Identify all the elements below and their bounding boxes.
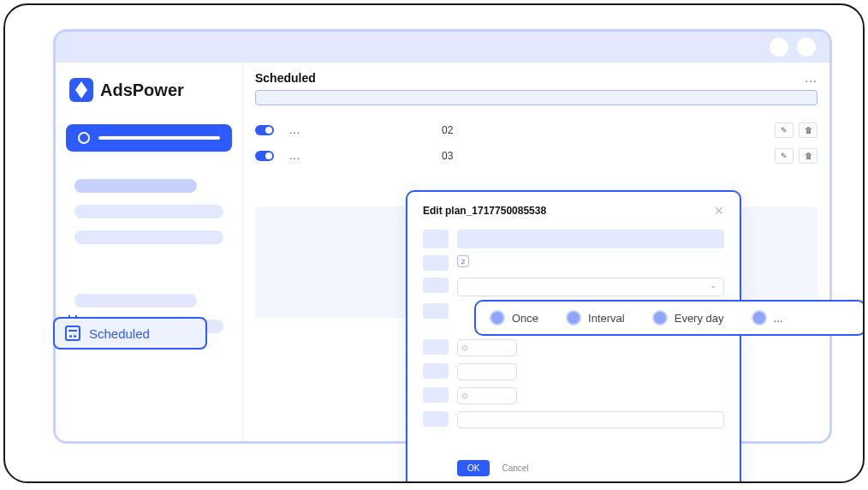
option-label: Every day (675, 312, 724, 325)
text-input[interactable] (457, 411, 724, 428)
row-number: 03 (442, 150, 453, 162)
row-menu-icon[interactable]: ... (289, 124, 315, 136)
option-label: Interval (588, 312, 625, 325)
table-row: ... 02 ✎ 🗑 (255, 117, 817, 143)
dialog-footer: OK Cancel (423, 460, 724, 476)
calendar-icon (65, 326, 80, 341)
window-control-icon[interactable] (797, 38, 816, 57)
text-input[interactable] (457, 363, 517, 380)
time-input[interactable]: ⊙ (457, 387, 517, 404)
toggle-switch[interactable] (255, 151, 274, 161)
form-row (423, 230, 724, 248)
menu-dots-icon[interactable]: ... (805, 71, 817, 85)
option-label: Once (512, 312, 538, 325)
row-menu-icon[interactable]: ... (289, 150, 315, 162)
radio-icon (652, 310, 668, 326)
row-actions: ✎ 🗑 (775, 122, 817, 138)
window-control-icon[interactable] (770, 38, 788, 57)
nav-item[interactable] (74, 205, 223, 218)
radio-icon (752, 310, 767, 326)
ok-button[interactable]: OK (457, 460, 490, 476)
frequency-option-interval[interactable]: Interval (557, 307, 633, 329)
row-actions: ✎ 🗑 (775, 148, 817, 164)
delete-icon[interactable]: 🗑 (799, 148, 817, 164)
schedule-list: ... 02 ✎ 🗑 ... 03 ✎ 🗑 (243, 114, 829, 172)
primary-action-button[interactable] (66, 124, 232, 152)
sidebar-item-label: Scheduled (89, 326, 150, 341)
form-label (423, 230, 449, 248)
sidebar: AdsPower (56, 63, 242, 441)
text-input[interactable] (457, 230, 724, 248)
frequency-option-more[interactable]: ... (743, 307, 787, 329)
form-row: ⊙ (423, 339, 724, 356)
frequency-option-every-day[interactable]: Every day (644, 307, 733, 329)
dialog-body: 2 ⊙ ⊙ (423, 230, 724, 451)
row-number: 02 (442, 124, 453, 136)
form-label (423, 303, 449, 319)
search-input[interactable] (255, 90, 817, 105)
brand-name: AdsPower (100, 81, 184, 100)
form-row (423, 411, 724, 428)
radio-icon (490, 310, 505, 326)
form-row: ⊙ (423, 387, 724, 404)
nav-item-scheduled[interactable]: Scheduled (53, 317, 207, 350)
nav-item[interactable] (74, 294, 197, 308)
nav-item[interactable] (74, 230, 223, 244)
frequency-option-once[interactable]: Once (481, 307, 547, 329)
frequency-selector: Once Interval Every day ... (474, 300, 865, 336)
radio-icon (566, 310, 581, 326)
form-row: 2 (423, 255, 724, 271)
window-titlebar (56, 32, 829, 63)
select-dropdown[interactable] (457, 278, 724, 296)
toggle-switch[interactable] (255, 125, 274, 135)
edit-plan-dialog: Edit plan_1717750085538 ✕ 2 ⊙ (406, 190, 741, 483)
section-header: Scheduled ... (243, 63, 829, 87)
nav-item[interactable] (74, 179, 197, 193)
close-icon[interactable]: ✕ (714, 204, 724, 218)
form-label (423, 339, 449, 355)
app-frame: AdsPower Scheduled ... (3, 3, 865, 483)
form-label (423, 255, 449, 271)
form-label (423, 411, 449, 427)
circle-icon (78, 132, 90, 144)
dialog-title: Edit plan_1717750085538 (423, 205, 546, 217)
placeholder-bar (98, 136, 220, 140)
form-label (423, 278, 449, 293)
form-row (423, 278, 724, 296)
form-label (423, 363, 449, 379)
delete-icon[interactable]: 🗑 (799, 122, 817, 138)
edit-icon[interactable]: ✎ (775, 122, 794, 138)
form-row (423, 363, 724, 380)
brand-logo: AdsPower (66, 73, 232, 107)
dialog-header: Edit plan_1717750085538 ✕ (423, 204, 724, 218)
time-input[interactable]: ⊙ (457, 339, 517, 356)
page-title: Scheduled (255, 71, 316, 85)
option-label: ... (774, 312, 783, 325)
count-chip[interactable]: 2 (457, 255, 469, 267)
table-row: ... 03 ✎ 🗑 (255, 143, 817, 169)
brand-logo-icon (69, 78, 93, 102)
edit-icon[interactable]: ✎ (775, 148, 794, 164)
cancel-button[interactable]: Cancel (502, 463, 528, 473)
form-label (423, 387, 449, 403)
